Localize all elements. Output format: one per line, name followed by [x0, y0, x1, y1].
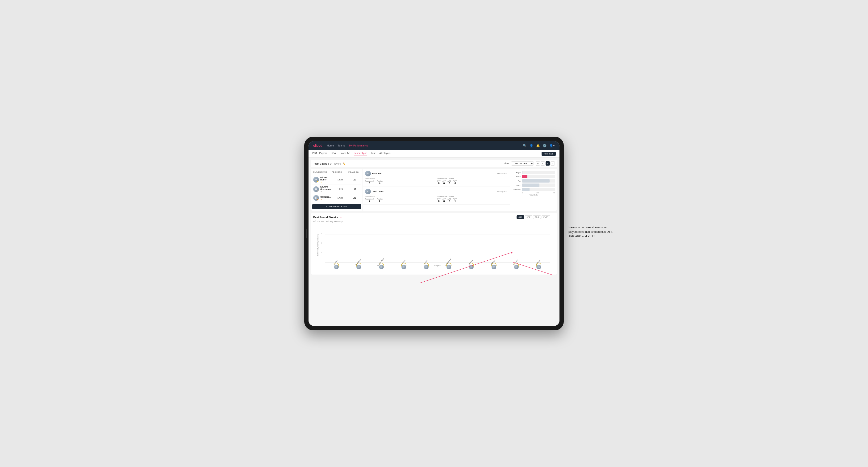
settings-icon[interactable]: ⚙️: [543, 144, 547, 148]
app-filter-btn[interactable]: APP: [525, 215, 532, 219]
bar-chart: Eagles 3 Birdies 96: [512, 171, 555, 204]
list-view-btn[interactable]: ≡: [540, 161, 545, 165]
nav-my-performance[interactable]: My Performance: [349, 144, 368, 147]
table-row: EC 2 Edward Crossman ★ 18/20 107: [312, 184, 361, 194]
player-info: RB 1 Richard Butler ★: [313, 176, 332, 183]
logo: clippd: [313, 144, 322, 148]
streaks-subtitle: Off The Tee , Fairway Accuracy: [313, 220, 555, 223]
search-icon[interactable]: 🔍: [523, 144, 527, 148]
app-stat: APP 0: [442, 180, 446, 185]
rank-badge: 1: [317, 181, 319, 183]
avatar: JC: [365, 189, 371, 194]
practice-stat: Practice 2: [377, 198, 382, 203]
rank-badge: 2: [317, 190, 319, 192]
subnav-links: PGAT Players PGA Hcaps 1-5 Team Clippd T…: [312, 152, 541, 155]
card-header: JC Josh Coles 26 Aug 2023: [365, 189, 507, 194]
ott-stat: OTT 0: [437, 198, 441, 203]
subnav-team-clippd[interactable]: Team Clippd: [354, 152, 367, 155]
settings-view-btn[interactable]: ⊙: [551, 161, 555, 165]
dots-container: 7xE. EbertEE6xB. McHegBM6xD. BillinghamD…: [325, 225, 550, 263]
card-player-info: RB Rees Britt: [365, 171, 382, 177]
rounds-stats: Total Rounds Tournament 8 Practice: [365, 178, 435, 185]
three-col-layout: PLAYER NAME PB SCORE PB AVG SQ RB 1: [311, 169, 557, 211]
ott-filter-btn[interactable]: OTT: [517, 215, 524, 219]
team-header: Team Clippd | 14 Players ✏️ Show Last 3 …: [311, 160, 557, 167]
rounds-stats: Total Rounds Tournament 7 Practice: [365, 196, 435, 203]
card-header: RB Rees Britt 02 Sep 2023: [365, 171, 507, 177]
table-row: CA 3 Cameron... ★ 17/20 103: [312, 194, 361, 202]
arg-stat: ARG 0: [448, 198, 451, 203]
view-leaderboard-button[interactable]: View Full Leaderboard: [312, 204, 361, 209]
chart-axis: 0 200 400: [512, 192, 555, 194]
col-header: PLAYER NAME PB SCORE PB AVG SQ: [312, 170, 361, 174]
dot-chart-area: 2 4 6 7xE. EbertEE6xB. McHegBM6xD.: [325, 225, 550, 263]
putt-filter-btn[interactable]: PUTT: [541, 215, 550, 219]
nav-links: Home Teams My Performance: [327, 144, 523, 147]
y-axis-label: Best Streak, Fairway Accuracy: [313, 225, 322, 265]
user-avatar[interactable]: 👤▾: [549, 144, 555, 148]
period-dropdown[interactable]: Last 3 months Last 6 months Last 12 mont…: [511, 161, 534, 165]
nav-teams[interactable]: Teams: [338, 144, 345, 147]
subnav-all-players[interactable]: All Players: [379, 152, 390, 155]
putt-stat: PUTT 1: [453, 198, 457, 203]
rank-badge: 3: [317, 199, 319, 201]
practice-activities-stats: Total Practice Activities OTT 0 APP: [437, 178, 507, 185]
dot-chart: Best Streak, Fairway Accuracy 2 4: [313, 225, 555, 272]
arg-filter-btn[interactable]: ARG: [533, 215, 541, 219]
chart-col: Eagles 3 Birdies 96: [510, 169, 557, 211]
team-title: Team Clippd | 14 Players ✏️: [313, 161, 346, 165]
arg-stat: ARG 0: [448, 180, 451, 185]
ott-stat: OTT 0: [437, 180, 441, 185]
subnav-pga[interactable]: PGA: [331, 152, 336, 155]
show-controls: Show Last 3 months Last 6 months Last 12…: [504, 161, 555, 165]
subnav-hcaps[interactable]: Hcaps 1-5: [340, 152, 350, 155]
leaderboard-col: PLAYER NAME PB SCORE PB AVG SQ RB 1: [311, 169, 363, 211]
app-stat: APP 0: [442, 198, 446, 203]
bell-icon[interactable]: 🔔: [536, 144, 540, 148]
cards-col: RB Rees Britt 02 Sep 2023 Total Rounds: [363, 169, 510, 211]
nav-home[interactable]: Home: [327, 144, 334, 147]
tournament-stat: Tournament 7: [365, 198, 374, 203]
subnav-tour[interactable]: Tour: [371, 152, 375, 155]
player-info: EC 2 Edward Crossman ★: [313, 186, 332, 192]
streaks-title: Best Round Streaks: [313, 216, 338, 219]
nav-icons: 🔍 👤 🔔 ⚙️ 👤▾: [523, 144, 555, 148]
person-icon[interactable]: 👤: [530, 144, 533, 148]
avatar: RB 1: [313, 177, 319, 183]
player-card: JC Josh Coles 26 Aug 2023 Total Rounds: [363, 187, 510, 205]
subnav-pgat[interactable]: PGAT Players: [312, 152, 327, 155]
bar-row: Eagles 3: [512, 171, 555, 174]
tournament-stat: Tournament 8: [365, 180, 374, 185]
avatar: RB: [365, 171, 371, 177]
edit-icon[interactable]: ✏️: [343, 162, 346, 165]
arrow-indicator: ←: [339, 216, 342, 219]
filter-arrow-indicator: ←: [552, 215, 555, 219]
streaks-section: Best Round Streaks ← OTT APP ARG PUTT ←: [311, 213, 557, 275]
view-icons: ⊞ ≡ ▤ ⊙: [536, 161, 555, 165]
card-player-info: JC Josh Coles: [365, 189, 383, 194]
putt-stat: PUTT 0: [453, 180, 457, 185]
add-team-button[interactable]: Add Team: [541, 152, 556, 156]
x-axis-label: Players: [325, 264, 550, 267]
card-view-btn[interactable]: ▤: [546, 161, 550, 165]
bar-row: Pars 499: [512, 179, 555, 183]
annotation-text: Here you can see streaks your players ha…: [568, 225, 616, 239]
table-row: RB 1 Richard Butler ★ 19/20 110: [312, 175, 361, 184]
main-content: Team Clippd | 14 Players ✏️ Show Last 3 …: [309, 158, 559, 326]
player-card: RB Rees Britt 02 Sep 2023 Total Rounds: [363, 169, 510, 187]
grid-view-btn[interactable]: ⊞: [536, 161, 540, 165]
practice-stat: Practice 4: [377, 180, 382, 185]
subnav: PGAT Players PGA Hcaps 1-5 Team Clippd T…: [309, 150, 559, 158]
practice-activities-stats: Total Practice Activities OTT 0 APP: [437, 196, 507, 203]
avatar: CA 3: [313, 195, 319, 201]
bar-row: Bogeys 311: [512, 184, 555, 187]
card-stats: Total Rounds Tournament 8 Practice: [365, 178, 507, 185]
streaks-header: Best Round Streaks ← OTT APP ARG PUTT ←: [313, 215, 555, 219]
bar-row: D. Bogeys + 131: [512, 188, 555, 191]
avatar: EC 2: [313, 186, 319, 192]
filter-buttons: OTT APP ARG PUTT ←: [517, 215, 555, 219]
bar-row: Birdies 96: [512, 175, 555, 178]
player-info: CA 3 Cameron... ★: [313, 195, 332, 201]
card-stats: Total Rounds Tournament 7 Practice: [365, 196, 507, 203]
navbar: clippd Home Teams My Performance 🔍 👤 🔔 ⚙…: [309, 141, 559, 150]
